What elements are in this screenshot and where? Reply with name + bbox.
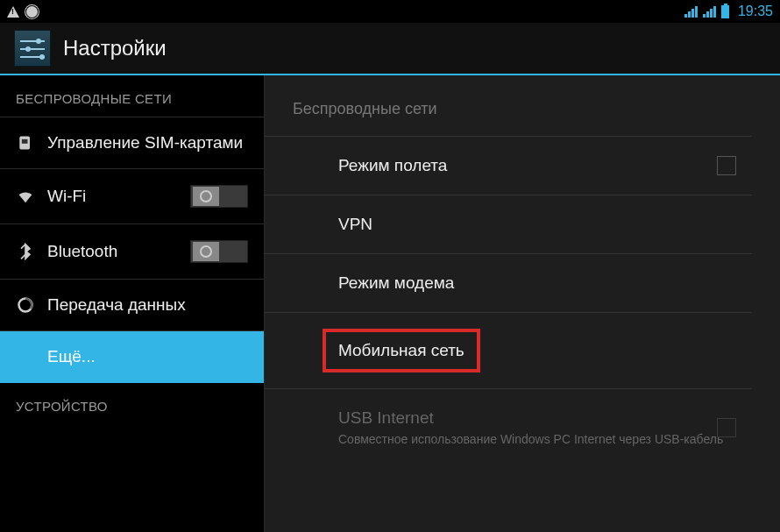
data-usage-icon <box>16 295 35 315</box>
signal-icon <box>684 5 698 18</box>
content-panel: Беспроводные сети Режим полета VPN Режим… <box>265 75 780 532</box>
panel-item-airplane[interactable]: Режим полета <box>265 136 752 195</box>
panel-item-label: VPN <box>338 215 372 233</box>
sidebar-item-label: Передача данных <box>47 295 248 315</box>
svg-rect-1 <box>22 139 28 144</box>
bluetooth-icon <box>16 242 35 261</box>
panel-item-label: Режим модема <box>338 273 454 292</box>
section-header-wireless: БЕСПРОВОДНЫЕ СЕТИ <box>0 75 264 117</box>
sidebar-item-label: Wi-Fi <box>47 187 178 206</box>
page-title: Настройки <box>63 36 167 60</box>
sidebar-item-data[interactable]: Передача данных <box>0 280 264 331</box>
sidebar-item-label: Управление SIM-картами <box>47 133 248 153</box>
panel-item-mobile[interactable]: Мобильная сеть <box>265 313 752 389</box>
wifi-icon <box>16 187 35 206</box>
bluetooth-toggle[interactable] <box>190 240 248 263</box>
sidebar-item-wifi[interactable]: Wi-Fi <box>0 169 264 224</box>
panel-item-usb: USB Internet Совместное использование Wi… <box>265 389 752 466</box>
notification-icon <box>26 6 38 18</box>
settings-icon <box>14 30 51 67</box>
status-bar: 19:35 <box>0 0 780 23</box>
airplane-checkbox[interactable] <box>717 156 736 175</box>
sidebar-item-sim[interactable]: Управление SIM-картами <box>0 117 264 169</box>
battery-icon <box>721 5 729 18</box>
panel-item-tether[interactable]: Режим модема <box>265 254 752 313</box>
clock: 19:35 <box>738 4 773 19</box>
panel-item-sub: Совместное использование Windows PC Inte… <box>338 431 752 447</box>
sidebar-item-label: Bluetooth <box>47 242 178 261</box>
panel-item-label: Режим полета <box>338 156 447 174</box>
sidebar-item-label: Ещё... <box>47 347 248 366</box>
warning-icon <box>7 6 19 18</box>
panel-item-vpn[interactable]: VPN <box>265 195 752 254</box>
usb-checkbox <box>717 418 736 437</box>
panel-item-label: USB Internet <box>338 408 434 427</box>
wifi-toggle[interactable] <box>190 185 248 208</box>
panel-item-label: Мобильная сеть <box>338 341 464 359</box>
sim-icon <box>16 133 35 153</box>
sidebar-item-more[interactable]: Ещё... <box>0 331 264 383</box>
panel-header: Беспроводные сети <box>265 75 780 136</box>
section-header-device: УСТРОЙСТВО <box>0 383 264 424</box>
title-bar: Настройки <box>0 23 780 75</box>
sidebar-item-bluetooth[interactable]: Bluetooth <box>0 224 264 280</box>
sidebar: БЕСПРОВОДНЫЕ СЕТИ Управление SIM-картами… <box>0 75 265 532</box>
signal-icon <box>703 5 716 18</box>
blank-icon <box>16 347 35 366</box>
